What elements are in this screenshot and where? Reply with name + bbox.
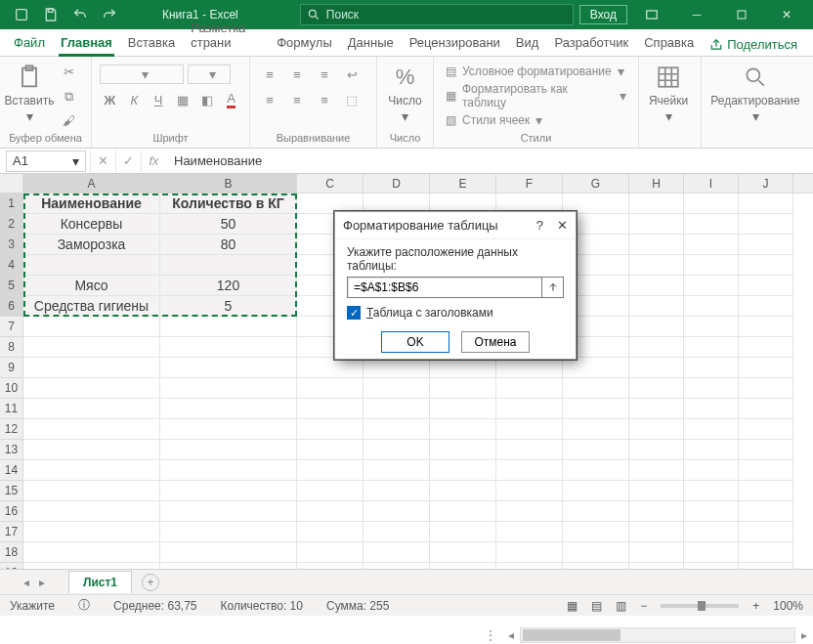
tab-file[interactable]: Файл	[6, 30, 53, 56]
number-format-button[interactable]: % Число ▾	[385, 61, 425, 132]
cell[interactable]	[563, 481, 629, 501]
cell[interactable]	[629, 378, 684, 399]
cell[interactable]	[23, 317, 160, 337]
cell-styles-button[interactable]: ▧Стили ячеек ▾	[446, 113, 626, 127]
cell[interactable]	[23, 399, 160, 419]
fx-icon[interactable]: fx	[141, 150, 166, 172]
cell[interactable]	[23, 522, 160, 542]
copy-icon[interactable]: ⧉	[57, 87, 80, 107]
cell[interactable]	[160, 378, 297, 399]
cell[interactable]	[739, 542, 793, 563]
cell[interactable]	[684, 460, 739, 481]
row-header[interactable]: 11	[0, 399, 22, 419]
cell[interactable]	[563, 542, 629, 563]
italic-button[interactable]: К	[124, 90, 145, 109]
cell[interactable]	[160, 399, 297, 419]
row-header[interactable]: 12	[0, 419, 22, 440]
cell[interactable]	[629, 235, 684, 255]
cell[interactable]	[364, 542, 430, 563]
range-input[interactable]	[347, 277, 542, 298]
cell[interactable]	[297, 542, 364, 563]
row-header[interactable]: 16	[0, 501, 22, 522]
zoom-level[interactable]: 100%	[773, 599, 803, 613]
cell[interactable]	[496, 399, 563, 419]
col-header[interactable]: I	[684, 174, 739, 193]
cell[interactable]	[297, 419, 364, 440]
tab-view[interactable]: Вид	[508, 30, 547, 56]
row-header[interactable]: 7	[0, 317, 22, 337]
cell[interactable]	[739, 378, 793, 399]
cell[interactable]	[739, 440, 793, 460]
cell[interactable]	[364, 378, 430, 399]
cell[interactable]	[496, 481, 563, 501]
cell[interactable]	[430, 419, 496, 440]
tab-formulas[interactable]: Формулы	[269, 30, 340, 56]
cell[interactable]	[23, 563, 160, 569]
cell[interactable]	[364, 399, 430, 419]
cell[interactable]: 80	[160, 235, 297, 255]
col-header[interactable]: F	[496, 174, 563, 193]
cell[interactable]	[364, 501, 430, 522]
col-header[interactable]: H	[629, 174, 684, 193]
minimize-icon[interactable]: ─	[676, 0, 717, 29]
cell[interactable]	[23, 481, 160, 501]
tab-data[interactable]: Данные	[340, 30, 402, 56]
cell[interactable]	[629, 296, 684, 317]
cell[interactable]	[297, 460, 364, 481]
cell[interactable]	[364, 563, 430, 569]
cell[interactable]	[160, 358, 297, 378]
name-box[interactable]: A1▾	[6, 150, 86, 172]
add-sheet-button[interactable]: +	[142, 574, 159, 591]
tab-home[interactable]: Главная	[53, 30, 120, 56]
undo-icon[interactable]	[66, 1, 94, 28]
cell[interactable]	[629, 214, 684, 235]
wrap-text-icon[interactable]: ↩	[340, 64, 364, 84]
search-box[interactable]: Поиск	[300, 4, 574, 25]
cell[interactable]	[23, 542, 160, 563]
cell[interactable]	[739, 214, 793, 235]
autosave-toggle-icon[interactable]	[8, 1, 35, 28]
cell[interactable]	[563, 399, 629, 419]
row-header[interactable]: 3	[0, 235, 22, 255]
cell[interactable]	[496, 522, 563, 542]
accessibility-icon[interactable]: ⓘ	[78, 597, 90, 614]
cell[interactable]	[629, 522, 684, 542]
range-picker-icon[interactable]	[542, 277, 564, 298]
cell[interactable]	[684, 235, 739, 255]
cell[interactable]	[684, 337, 739, 358]
cell[interactable]	[629, 501, 684, 522]
align-top-icon[interactable]: ≡	[258, 64, 281, 84]
cell[interactable]: 120	[160, 276, 297, 296]
save-icon[interactable]	[37, 1, 64, 28]
cell[interactable]	[496, 542, 563, 563]
help-icon[interactable]: ?	[536, 218, 543, 233]
cell[interactable]	[684, 276, 739, 296]
align-right-icon[interactable]: ≡	[313, 90, 336, 109]
cell[interactable]	[297, 378, 364, 399]
merge-cells-icon[interactable]: ⬚	[340, 90, 364, 109]
ok-button[interactable]: OK	[381, 331, 449, 353]
cell[interactable]	[629, 276, 684, 296]
cell[interactable]	[739, 337, 793, 358]
cell[interactable]	[684, 481, 739, 501]
zoom-out-icon[interactable]: −	[640, 599, 647, 613]
cell[interactable]	[430, 563, 496, 569]
cell[interactable]	[629, 358, 684, 378]
cell[interactable]	[739, 358, 793, 378]
cell[interactable]	[23, 358, 160, 378]
cell[interactable]	[629, 440, 684, 460]
row-header[interactable]: 9	[0, 358, 22, 378]
cell[interactable]	[739, 460, 793, 481]
enter-formula-icon[interactable]: ✓	[115, 150, 141, 172]
cell[interactable]: Средства гигиены	[23, 296, 160, 317]
tab-pagelayout[interactable]: Разметка страни	[183, 16, 269, 56]
row-header[interactable]: 17	[0, 522, 22, 542]
col-header[interactable]: J	[739, 174, 793, 193]
cell[interactable]: Наименование	[23, 193, 160, 214]
cell[interactable]	[739, 276, 793, 296]
cell[interactable]	[629, 255, 684, 276]
cell[interactable]	[496, 563, 563, 569]
font-size-combo[interactable]: ▾	[188, 64, 231, 84]
cell[interactable]	[23, 419, 160, 440]
close-icon[interactable]: ✕	[766, 0, 807, 29]
